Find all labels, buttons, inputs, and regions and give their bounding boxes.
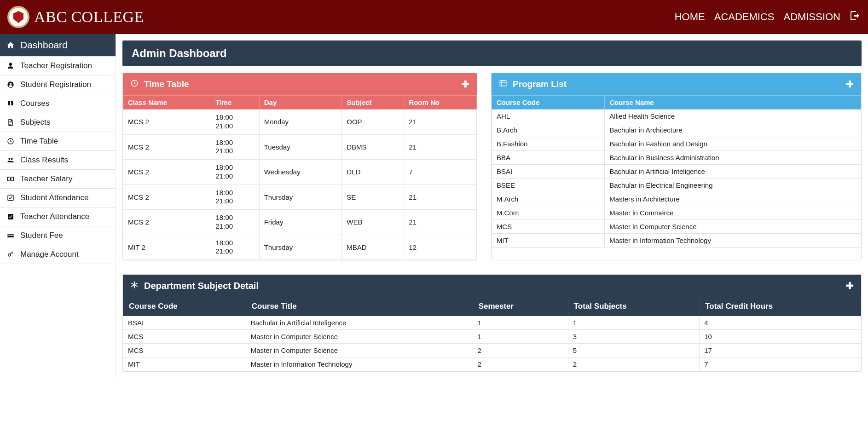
program-add-icon[interactable]: ✚	[846, 79, 854, 90]
cell-class: MCS 2	[123, 184, 211, 210]
svg-point-7	[8, 254, 11, 256]
cell-time: 18:0021:00	[211, 184, 259, 210]
cell-subjects: 2	[568, 357, 699, 371]
cell-subject: SE	[342, 184, 404, 210]
cell-subjects: 5	[568, 344, 699, 357]
home-icon	[6, 40, 15, 50]
th: Day	[259, 96, 342, 110]
sidebar-item-dashboard[interactable]: Dashboard	[0, 34, 116, 57]
main-content: Admin Dashboard Time Table ✚ Class Name …	[116, 34, 868, 378]
table-row: B.FashionBachular in Fashion and Design	[492, 137, 861, 151]
cell-room: 12	[404, 235, 477, 260]
cell-semester: 1	[473, 330, 568, 344]
timetable-card: Time Table ✚ Class Name Time Day Subject…	[122, 73, 477, 260]
cell-credits: 10	[700, 330, 861, 344]
cell-code: BSEE	[492, 179, 604, 192]
cell-room: 21	[404, 134, 477, 160]
sidebar: Dashboard Teacher Registration Student R…	[0, 34, 116, 378]
table-row: MCSMaster in Computer Science1310	[123, 330, 861, 344]
cell-name: Bachular in Electrical Engineering	[605, 179, 861, 192]
table-row: BSAIBachular in Artificial Inteligence11…	[123, 316, 861, 330]
cell-code: M.Arch	[492, 192, 604, 206]
cell-code: MIT	[123, 357, 246, 371]
cell-class: MIT 2	[123, 235, 211, 260]
table-row: BBABachular in Business Administration	[492, 151, 861, 165]
th: Subject	[342, 96, 404, 110]
sidebar-item-student-registration[interactable]: Student Registration	[0, 75, 116, 94]
sidebar-item-label: Subjects	[20, 118, 50, 127]
sidebar-item-student-fee[interactable]: Student Fee	[0, 226, 116, 245]
sidebar-item-label: Teacher Registration	[20, 61, 92, 70]
card-icon	[6, 232, 15, 239]
cell-class: MCS 2	[123, 210, 211, 235]
program-list-card: Program List ✚ Course Code Course Name A…	[491, 73, 862, 260]
cell-day: Tuesday	[259, 134, 342, 160]
sidebar-item-student-attendance[interactable]: Student Attendance	[0, 189, 116, 207]
th: Room No	[404, 96, 477, 110]
program-list-title: Program List	[513, 79, 567, 89]
cell-code: AHL	[492, 110, 604, 123]
brand[interactable]: ABC COLLEGE	[7, 6, 144, 28]
program-table: Course Code Course Name AHLAllied Health…	[492, 95, 861, 248]
cell-class: MCS 2	[123, 160, 211, 185]
list-icon	[499, 79, 507, 90]
clock-icon	[6, 138, 15, 145]
th: Total Credit Hours	[700, 297, 861, 316]
cell-day: Monday	[259, 110, 342, 135]
key-icon	[6, 251, 15, 258]
timetable-title: Time Table	[144, 79, 189, 89]
cell-title: Bachular in Artificial Inteligence	[246, 316, 473, 330]
cell-day: Thursday	[259, 235, 342, 260]
th: Semester	[473, 297, 568, 316]
sidebar-item-label: Dashboard	[20, 40, 68, 51]
cell-subject: DLD	[342, 160, 404, 185]
sidebar-item-courses[interactable]: Courses	[0, 94, 116, 113]
cell-time: 18:0021:00	[211, 134, 259, 160]
nav-home[interactable]: HOME	[675, 11, 705, 23]
cell-subjects: 1	[568, 316, 699, 330]
program-list-header: Program List ✚	[492, 73, 861, 95]
table-row: AHLAllied Health Science	[492, 110, 861, 123]
sidebar-item-class-results[interactable]: Class Results	[0, 151, 116, 170]
cell-time: 18:0021:00	[211, 160, 259, 185]
sidebar-item-label: Manage Account	[20, 250, 79, 259]
dept-header: Department Subject Detail ✚	[123, 275, 861, 297]
sidebar-item-manage-account[interactable]: Manage Account	[0, 245, 116, 264]
th: Total Subjects	[568, 297, 699, 316]
table-row: MITMaster in Information Technology227	[123, 357, 861, 371]
sidebar-item-label: Time Table	[20, 137, 58, 146]
sidebar-item-teacher-salary[interactable]: Teacher Salary	[0, 170, 116, 189]
cell-name: Allied Health Science	[605, 110, 861, 123]
sidebar-item-label: Student Attendance	[20, 193, 88, 202]
svg-rect-6	[7, 235, 13, 236]
sidebar-item-time-table[interactable]: Time Table	[0, 132, 116, 151]
cell-code: B.Arch	[492, 123, 604, 137]
th: Course Code	[123, 297, 246, 316]
nav-academics[interactable]: ACADEMICS	[714, 11, 775, 23]
nav-admission[interactable]: ADMISSION	[784, 11, 840, 23]
th: Course Name	[605, 96, 861, 110]
sidebar-item-teacher-attendance[interactable]: Teacher Attendance	[0, 207, 116, 226]
table-row: MCS 218:0021:00TuesdayDBMS21	[123, 134, 477, 160]
table-row: BSAIBachular in Artificial Inteligence	[492, 165, 861, 179]
logout-icon[interactable]	[850, 10, 861, 24]
sidebar-item-label: Student Fee	[20, 231, 63, 240]
th: Course Code	[492, 96, 604, 110]
cell-name: Master in Information Technology	[605, 234, 861, 248]
cell-code: BSAI	[123, 316, 246, 330]
dept-add-icon[interactable]: ✚	[846, 280, 854, 291]
nav-links: HOME ACADEMICS ADMISSION	[675, 10, 861, 24]
dept-title: Department Subject Detail	[144, 281, 259, 291]
svg-point-2	[10, 178, 12, 180]
table-row: MCSMaster in Computer Science2517	[123, 344, 861, 357]
table-row: MCS 218:0021:00WednesdayDLD7	[123, 160, 477, 185]
sidebar-item-teacher-registration[interactable]: Teacher Registration	[0, 57, 116, 75]
cell-day: Wednesday	[259, 160, 342, 185]
table-row: MCS 218:0021:00MondayOOP21	[123, 110, 477, 135]
th: Course Title	[246, 297, 473, 316]
th: Class Name	[123, 96, 211, 110]
sidebar-item-subjects[interactable]: Subjects	[0, 113, 116, 132]
cell-credits: 17	[700, 344, 861, 357]
cell-subjects: 3	[568, 330, 699, 344]
timetable-add-icon[interactable]: ✚	[462, 79, 469, 90]
